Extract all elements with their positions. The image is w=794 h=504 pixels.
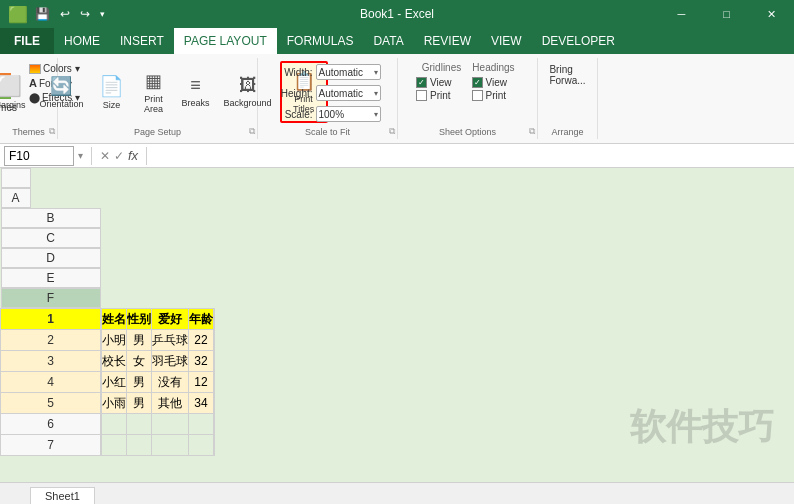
size-button[interactable]: 📄 Size xyxy=(92,61,132,123)
data-table: A B C D E F 1 姓名 性别 爱好 年龄 xyxy=(0,168,215,456)
page-setup-expand-icon[interactable]: ⧉ xyxy=(249,126,255,137)
fx-icon[interactable]: fx xyxy=(128,148,138,163)
quick-access-toolbar: 🟩 💾 ↩ ↪ ▾ xyxy=(8,5,108,24)
menu-insert[interactable]: INSERT xyxy=(110,28,174,54)
headings-view-checkbox[interactable]: ✓ xyxy=(472,77,483,88)
margins-button[interactable]: ⬜ Margins xyxy=(0,61,31,123)
table-row: 2 小明 男 乒乓球 22 xyxy=(1,330,215,351)
cell-f3[interactable] xyxy=(214,351,215,372)
table-row: 4 小红 男 没有 12 xyxy=(1,372,215,393)
cell-b7[interactable] xyxy=(102,435,127,456)
cell-f1[interactable] xyxy=(214,309,215,330)
col-header-f[interactable]: F xyxy=(1,288,101,308)
headings-header: Headings xyxy=(469,62,519,73)
cell-e2[interactable]: 22 xyxy=(189,330,214,351)
cell-f7[interactable] xyxy=(214,435,215,456)
menu-view[interactable]: VIEW xyxy=(481,28,532,54)
cell-c7[interactable] xyxy=(127,435,152,456)
col-header-e[interactable]: E xyxy=(1,268,101,288)
cell-d4[interactable]: 没有 xyxy=(152,372,189,393)
col-header-a[interactable]: A xyxy=(1,188,31,208)
cancel-icon[interactable]: ✕ xyxy=(100,149,110,163)
cell-c5[interactable]: 男 xyxy=(127,393,152,414)
cell-f4[interactable] xyxy=(214,372,215,393)
menu-review[interactable]: REVIEW xyxy=(414,28,481,54)
ribbon: Themes Colors ▾ A Fonts ▾ ⬤ Effects ▾ Th… xyxy=(0,54,794,144)
size-label: Size xyxy=(103,100,121,110)
close-btn[interactable]: ✕ xyxy=(749,0,794,28)
page-setup-group-label: Page Setup xyxy=(134,127,181,137)
save-btn[interactable]: 💾 xyxy=(32,5,53,23)
orientation-icon: 🔄 xyxy=(50,75,72,97)
cell-e5[interactable]: 34 xyxy=(189,393,214,414)
undo-btn[interactable]: ↩ xyxy=(57,5,73,23)
cell-e4[interactable]: 12 xyxy=(189,372,214,393)
col-header-c[interactable]: C xyxy=(1,228,101,248)
cell-c2[interactable]: 男 xyxy=(127,330,152,351)
cell-c4[interactable]: 男 xyxy=(127,372,152,393)
cell-reference-box[interactable]: F10 xyxy=(4,146,74,166)
height-input[interactable]: Automatic ▾ xyxy=(316,85,381,101)
cell-d1[interactable]: 爱好 xyxy=(152,309,189,330)
cell-d7[interactable] xyxy=(152,435,189,456)
gridlines-print-row: Print xyxy=(416,90,452,101)
width-input[interactable]: Automatic ▾ xyxy=(316,64,381,80)
spreadsheet-grid: A B C D E F 1 姓名 性别 爱好 年龄 xyxy=(0,168,794,456)
cell-d5[interactable]: 其他 xyxy=(152,393,189,414)
cell-e7[interactable] xyxy=(189,435,214,456)
menu-developer[interactable]: DEVELOPER xyxy=(532,28,625,54)
app-title: Book1 - Excel xyxy=(360,7,434,21)
menu-file[interactable]: FILE xyxy=(0,28,54,54)
sheet-tab-sheet1[interactable]: Sheet1 xyxy=(30,487,95,504)
gridlines-print-checkbox[interactable] xyxy=(416,90,427,101)
menu-home[interactable]: HOME xyxy=(54,28,110,54)
breaks-button[interactable]: ≡ Breaks xyxy=(176,61,216,123)
table-row: 7 xyxy=(1,435,215,456)
scale-group-label: Scale to Fit xyxy=(305,127,350,137)
bring-forward-button[interactable]: BringForwa... xyxy=(547,62,587,88)
cell-d3[interactable]: 羽毛球 xyxy=(152,351,189,372)
orientation-button[interactable]: 🔄 Orientation xyxy=(33,61,89,123)
restore-btn[interactable]: □ xyxy=(704,0,749,28)
scale-input[interactable]: 100% ▾ xyxy=(316,106,381,122)
print-area-button[interactable]: ▦ PrintArea xyxy=(134,61,174,123)
row-num-4: 4 xyxy=(1,372,101,393)
cell-e6[interactable] xyxy=(189,414,214,435)
gridlines-view-checkbox[interactable]: ✓ xyxy=(416,77,427,88)
redo-btn[interactable]: ↪ xyxy=(77,5,93,23)
margins-label: Margins xyxy=(0,100,25,110)
cell-f6[interactable] xyxy=(214,414,215,435)
col-header-empty xyxy=(1,168,31,188)
cell-c6[interactable] xyxy=(127,414,152,435)
menu-data[interactable]: DATA xyxy=(363,28,413,54)
cell-b1[interactable]: 姓名 xyxy=(102,309,127,330)
background-icon: 🖼 xyxy=(239,75,257,96)
headings-print-checkbox[interactable] xyxy=(472,90,483,101)
cell-b5[interactable]: 小雨 xyxy=(102,393,127,414)
cell-c3[interactable]: 女 xyxy=(127,351,152,372)
col-header-b[interactable]: B xyxy=(1,208,101,228)
scale-expand-icon[interactable]: ⧉ xyxy=(389,126,395,137)
cell-d2[interactable]: 乒乓球 xyxy=(152,330,189,351)
row-num-6: 6 xyxy=(1,414,101,435)
cell-c1[interactable]: 性别 xyxy=(127,309,152,330)
cell-b4[interactable]: 小红 xyxy=(102,372,127,393)
formula-divider2 xyxy=(146,147,147,165)
cell-b6[interactable] xyxy=(102,414,127,435)
menu-page-layout[interactable]: PAGE LAYOUT xyxy=(174,28,277,54)
sheet-options-expand-icon[interactable]: ⧉ xyxy=(529,126,535,137)
confirm-icon[interactable]: ✓ xyxy=(114,149,124,163)
cell-f5[interactable] xyxy=(214,393,215,414)
cell-e3[interactable]: 32 xyxy=(189,351,214,372)
cell-ref-dropdown[interactable]: ▾ xyxy=(78,150,83,161)
cell-d6[interactable] xyxy=(152,414,189,435)
cell-e1[interactable]: 年龄 xyxy=(189,309,214,330)
menu-formulas[interactable]: FORMULAS xyxy=(277,28,364,54)
cell-b2[interactable]: 小明 xyxy=(102,330,127,351)
col-header-d[interactable]: D xyxy=(1,248,101,268)
ribbon-group-page-setup: ⬜ Margins 🔄 Orientation 📄 Size ▦ PrintAr… xyxy=(58,58,258,139)
qa-dropdown-btn[interactable]: ▾ xyxy=(97,7,108,21)
cell-f2[interactable] xyxy=(214,330,215,351)
minimize-btn[interactable]: ─ xyxy=(659,0,704,28)
cell-b3[interactable]: 校长 xyxy=(102,351,127,372)
